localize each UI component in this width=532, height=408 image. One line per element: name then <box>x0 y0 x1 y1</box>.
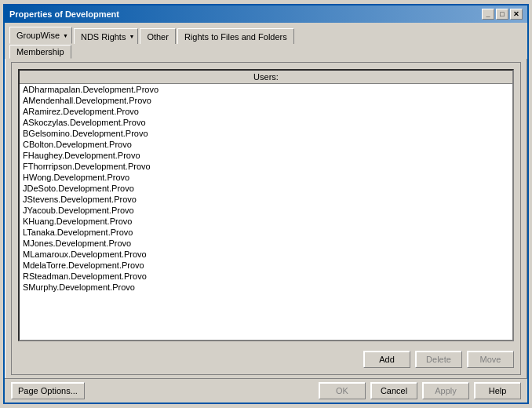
tab-rights-files-folders[interactable]: Rights to Files and Folders <box>177 28 294 44</box>
tab-rights-files-folders-label: Rights to Files and Folders <box>184 32 287 42</box>
chevron-down-icon: ▼ <box>63 33 68 38</box>
tab-bar: GroupWise ▼ NDS Rights ▼ Other Rights to… <box>5 23 527 43</box>
tab-groupwise[interactable]: GroupWise ▼ <box>9 27 72 44</box>
list-item[interactable]: AMendenhall.Development.Provo <box>20 95 512 106</box>
close-button[interactable]: ✕ <box>510 9 523 20</box>
list-item[interactable]: ARamirez.Development.Provo <box>20 106 512 117</box>
list-item[interactable]: LTanaka.Development.Provo <box>20 227 512 238</box>
window-title: Properties of Development <box>9 9 119 19</box>
subtab-membership[interactable]: Membership <box>9 45 71 59</box>
users-list-container: Users: ADharmapalan.Development.ProvoAMe… <box>18 69 514 341</box>
tab-other-label: Other <box>147 32 169 42</box>
content-area: Users: ADharmapalan.Development.ProvoAMe… <box>11 62 521 375</box>
list-item[interactable]: KHuang.Development.Provo <box>20 216 512 227</box>
list-item[interactable]: MdelaTorre.Development.Provo <box>20 260 512 271</box>
tab-groupwise-label: GroupWise <box>16 31 60 40</box>
tab-other[interactable]: Other <box>140 28 176 44</box>
page-options-button[interactable]: Page Options... <box>11 382 85 399</box>
list-item[interactable]: HWong.Development.Provo <box>20 172 512 183</box>
list-item[interactable]: MLamaroux.Development.Provo <box>20 249 512 260</box>
users-list[interactable]: ADharmapalan.Development.ProvoAMendenhal… <box>20 84 512 340</box>
delete-button[interactable]: Delete <box>415 351 462 368</box>
maximize-button[interactable]: □ <box>496 9 508 20</box>
tab-nds-rights-label: NDS Rights <box>81 32 126 42</box>
list-item[interactable]: FThorrripson.Development.Provo <box>20 161 512 172</box>
cancel-button[interactable]: Cancel <box>370 382 417 399</box>
move-button[interactable]: Move <box>467 351 514 368</box>
help-button[interactable]: Help <box>474 382 521 399</box>
subtab-bar: Membership <box>5 43 527 59</box>
subtab-membership-label: Membership <box>16 47 64 56</box>
title-bar: Properties of Development _ □ ✕ <box>5 5 527 23</box>
list-item[interactable]: JDeSoto.Development.Provo <box>20 183 512 194</box>
list-item[interactable]: MJones.Development.Provo <box>20 238 512 249</box>
list-item[interactable]: BGelsomino.Development.Provo <box>20 128 512 139</box>
list-item[interactable]: JYacoub.Development.Provo <box>20 205 512 216</box>
list-item[interactable]: SMurphy.Development.Provo <box>20 282 512 293</box>
list-item[interactable]: CBolton.Development.Provo <box>20 139 512 150</box>
apply-button[interactable]: Apply <box>422 382 469 399</box>
bottom-bar: Page Options... OK Cancel Apply Help <box>5 378 527 403</box>
title-bar-controls: _ □ ✕ <box>482 9 523 20</box>
action-buttons-row: Add Delete Move <box>12 348 520 374</box>
bottom-right-buttons: OK Cancel Apply Help <box>319 382 521 399</box>
list-item[interactable]: FHaughey.Development.Provo <box>20 150 512 161</box>
chevron-down-icon: ▼ <box>129 34 134 39</box>
list-item[interactable]: ASkoczylas.Development.Provo <box>20 117 512 128</box>
list-header: Users: <box>20 71 512 84</box>
tab-nds-rights[interactable]: NDS Rights ▼ <box>74 28 138 44</box>
minimize-button[interactable]: _ <box>482 9 494 20</box>
list-item[interactable]: RSteadman.Development.Provo <box>20 271 512 282</box>
list-item[interactable]: JStevens.Development.Provo <box>20 194 512 205</box>
ok-button[interactable]: OK <box>319 382 366 399</box>
add-button[interactable]: Add <box>363 351 410 368</box>
main-window: Properties of Development _ □ ✕ GroupWis… <box>3 4 529 404</box>
list-item[interactable]: ADharmapalan.Development.Provo <box>20 84 512 95</box>
